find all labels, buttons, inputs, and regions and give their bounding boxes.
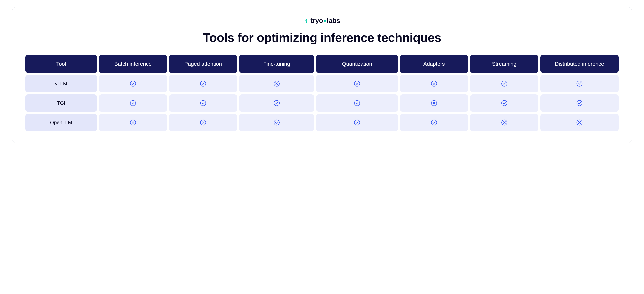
check-icon	[239, 94, 314, 112]
cross-icon	[239, 75, 314, 92]
table-header: Batch inference	[99, 55, 167, 73]
check-icon	[540, 94, 619, 112]
svg-point-7	[577, 81, 582, 86]
svg-point-13	[502, 100, 507, 106]
cross-icon	[169, 114, 237, 131]
comparison-table: ToolBatch inferencePaged attentionFine-t…	[25, 55, 619, 131]
cross-icon	[540, 114, 619, 131]
svg-point-19	[431, 120, 437, 125]
svg-point-10	[274, 100, 280, 106]
table-header: Tool	[25, 55, 97, 73]
check-icon	[540, 75, 619, 92]
brand-logo: tryo • labs	[25, 17, 619, 24]
cross-icon	[470, 114, 538, 131]
svg-point-2	[200, 81, 206, 86]
chart-card: tryo • labs Tools for optimizing inferen…	[12, 7, 632, 143]
row-name: OpenLLM	[25, 114, 97, 131]
table-header: Adapters	[400, 55, 468, 73]
svg-point-6	[502, 81, 507, 86]
cross-icon	[400, 75, 468, 92]
check-icon	[99, 94, 167, 112]
check-icon	[239, 114, 314, 131]
cross-icon	[99, 114, 167, 131]
brand-dot-icon: •	[324, 17, 326, 24]
svg-point-9	[200, 100, 206, 106]
check-icon	[400, 114, 468, 131]
check-icon	[470, 94, 538, 112]
brand-glyph-icon	[304, 18, 309, 23]
check-icon	[169, 94, 237, 112]
check-icon	[169, 75, 237, 92]
svg-point-0	[306, 22, 307, 23]
brand-first: tryo	[310, 17, 323, 24]
page-title: Tools for optimizing inference technique…	[25, 30, 619, 45]
table-header: Quantization	[316, 55, 398, 73]
check-icon	[316, 114, 398, 131]
table-header: Fine-tuning	[239, 55, 314, 73]
table-header: Distributed inference	[540, 55, 619, 73]
svg-point-1	[130, 81, 136, 86]
table-header: Paged attention	[169, 55, 237, 73]
svg-point-14	[577, 100, 582, 106]
check-icon	[316, 94, 398, 112]
row-name: TGI	[25, 94, 97, 112]
cross-icon	[316, 75, 398, 92]
row-name: vLLM	[25, 75, 97, 92]
svg-point-8	[130, 100, 136, 106]
brand-second: labs	[327, 17, 340, 24]
check-icon	[99, 75, 167, 92]
brand-text: tryo • labs	[310, 17, 340, 24]
svg-point-17	[274, 120, 280, 125]
svg-point-11	[354, 100, 360, 106]
table-header: Streaming	[470, 55, 538, 73]
svg-point-18	[354, 120, 360, 125]
check-icon	[470, 75, 538, 92]
cross-icon	[400, 94, 468, 112]
